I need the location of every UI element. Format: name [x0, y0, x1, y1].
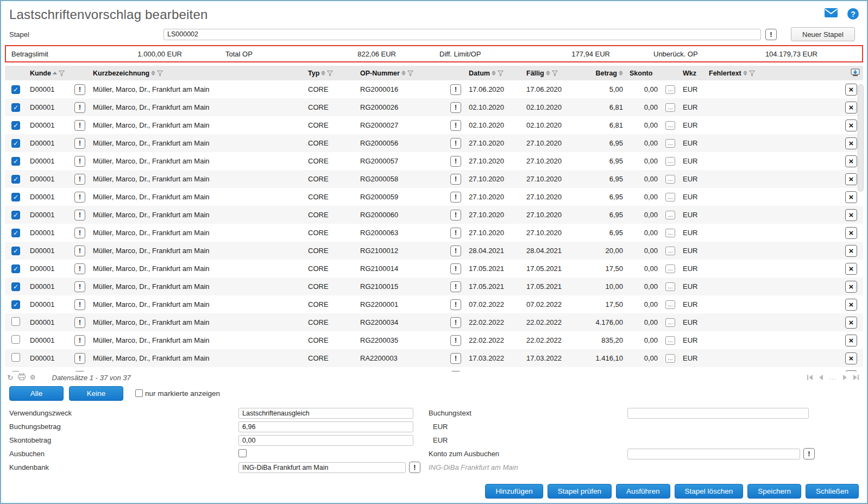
filter-icon[interactable] [327, 71, 333, 76]
delete-row-button[interactable]: × [845, 137, 857, 149]
kundenbank-lookup-button[interactable]: ! [409, 462, 420, 473]
skonto-detail-button[interactable]: … [665, 264, 675, 273]
table-row[interactable]: ✓ D00001 ! Müller, Marco, Dr., Frankfurt… [5, 224, 863, 242]
page-ellipsis[interactable]: ... [829, 374, 836, 381]
column-header-wkz[interactable]: Wkz [680, 70, 706, 77]
column-header-typ[interactable]: Typ [305, 70, 357, 77]
row-checkbox[interactable]: ✓ [11, 229, 20, 237]
konto-ausbuchen-lookup-button[interactable]: ! [803, 448, 815, 459]
row-checkbox[interactable]: ✓ [11, 264, 20, 273]
verwendungszweck-input[interactable] [238, 408, 413, 419]
ausfuehren-button[interactable]: Ausführen [616, 484, 670, 499]
neuer-stapel-button[interactable]: Neuer Stapel [791, 27, 855, 41]
skonto-detail-button[interactable]: … [665, 121, 675, 130]
column-header-op-nummer[interactable]: OP-Nummer [357, 70, 446, 77]
delete-row-button[interactable]: × [845, 191, 857, 203]
delete-row-button[interactable]: × [845, 335, 857, 346]
schliessen-button[interactable]: Schließen [806, 484, 859, 499]
kunde-lookup-button[interactable]: ! [74, 210, 85, 220]
delete-row-button[interactable]: × [845, 317, 857, 329]
column-header-betrag[interactable]: Betrag [581, 70, 626, 77]
row-checkbox[interactable]: ✓ [11, 157, 20, 166]
delete-row-button[interactable]: × [845, 281, 857, 293]
kunde-lookup-button[interactable]: ! [74, 120, 85, 131]
skonto-detail-button[interactable]: … [665, 318, 675, 327]
print-icon[interactable] [18, 373, 26, 382]
row-checkbox[interactable] [11, 371, 20, 371]
table-row[interactable]: ✓ D00001 ! Müller, Marco, Dr., Frankfurt… [5, 206, 863, 224]
table-scrollbar[interactable] [857, 82, 864, 370]
skonto-detail-button[interactable]: … [665, 354, 675, 363]
op-lookup-button[interactable]: ! [450, 317, 461, 328]
speichern-button[interactable]: Speichern [747, 484, 801, 499]
kunde-lookup-button[interactable]: ! [74, 371, 85, 372]
column-header-skonto[interactable]: Skonto [626, 70, 661, 77]
delete-row-button[interactable]: × [845, 119, 857, 131]
skontobetrag-input[interactable] [238, 435, 413, 446]
delete-row-button[interactable]: × [845, 245, 857, 257]
op-lookup-button[interactable]: ! [450, 174, 461, 185]
scrollbar-thumb[interactable] [858, 84, 864, 192]
stapel-loeschen-button[interactable]: Stapel löschen [675, 484, 744, 499]
skonto-detail-button[interactable]: … [665, 247, 675, 255]
settings-icon[interactable]: ⚙ [30, 374, 36, 381]
refresh-icon[interactable]: ↻ [7, 373, 14, 382]
stapel-input[interactable] [163, 29, 761, 40]
kunde-lookup-button[interactable]: ! [74, 228, 85, 238]
stapel-pruefen-button[interactable]: Stapel prüfen [548, 484, 612, 499]
delete-row-button[interactable]: × [845, 84, 857, 96]
row-checkbox[interactable]: ✓ [11, 175, 20, 184]
kunde-lookup-button[interactable]: ! [74, 281, 85, 292]
skonto-detail-button[interactable]: … [665, 139, 675, 148]
delete-row-button[interactable]: × [845, 299, 857, 311]
last-page-button[interactable] [853, 375, 859, 380]
skonto-detail-button[interactable]: … [665, 336, 675, 345]
row-checkbox[interactable] [11, 317, 20, 326]
keine-button[interactable]: Keine [69, 386, 123, 401]
table-row[interactable]: D00001 ! Müller, Marco, Dr., Frankfurt a… [5, 349, 863, 367]
row-checkbox[interactable] [11, 353, 20, 362]
column-header-kunde[interactable]: Kunde [27, 70, 70, 77]
column-header-datum[interactable]: Datum [466, 70, 523, 77]
row-checkbox[interactable]: ✓ [11, 211, 20, 219]
skonto-detail-button[interactable]: … [665, 193, 675, 201]
row-checkbox[interactable]: ✓ [11, 300, 20, 309]
kunde-lookup-button[interactable]: ! [74, 138, 85, 149]
op-lookup-button[interactable]: ! [450, 156, 461, 167]
row-checkbox[interactable]: ✓ [11, 193, 20, 201]
column-header-fehlertext[interactable]: Fehlertext [706, 70, 782, 77]
kunde-lookup-button[interactable]: ! [74, 263, 85, 274]
delete-row-button[interactable]: × [845, 370, 857, 372]
skonto-detail-button[interactable]: … [665, 103, 675, 112]
row-checkbox[interactable]: ✓ [11, 121, 20, 130]
prev-page-button[interactable] [819, 375, 823, 380]
hinzufuegen-button[interactable]: Hinzufügen [485, 484, 543, 499]
table-row[interactable]: ✓ D00001 ! Müller, Marco, Dr., Frankfurt… [5, 260, 863, 278]
op-lookup-button[interactable]: ! [450, 263, 461, 274]
alle-button[interactable]: Alle [9, 386, 64, 401]
table-row[interactable]: ✓ D00001 ! Müller, Marco, Dr., Frankfurt… [5, 295, 863, 313]
kunde-lookup-button[interactable]: ! [74, 317, 85, 328]
op-lookup-button[interactable]: ! [450, 371, 461, 372]
filter-icon[interactable] [498, 71, 504, 76]
next-page-button[interactable] [843, 375, 847, 380]
op-lookup-button[interactable]: ! [450, 84, 461, 95]
row-checkbox[interactable]: ✓ [11, 85, 20, 94]
op-lookup-button[interactable]: ! [450, 102, 461, 113]
op-lookup-button[interactable]: ! [450, 335, 461, 346]
column-header-kurzbezeichnung[interactable]: Kurzbezeichnung [90, 70, 305, 77]
export-icon[interactable] [851, 68, 860, 78]
table-row[interactable]: ✓ D00001 ! Müller, Marco, Dr., Frankfurt… [5, 134, 863, 152]
skonto-detail-button[interactable]: … [665, 282, 675, 291]
skonto-detail-button[interactable]: … [665, 211, 675, 219]
konto-ausbuchen-input[interactable] [627, 449, 800, 459]
table-row[interactable]: ✓ D00001 ! Müller, Marco, Dr., Frankfurt… [5, 242, 863, 260]
first-page-button[interactable] [807, 375, 813, 380]
delete-row-button[interactable]: × [845, 155, 857, 167]
op-lookup-button[interactable]: ! [450, 299, 461, 310]
delete-row-button[interactable]: × [845, 263, 857, 275]
kunde-lookup-button[interactable]: ! [74, 192, 85, 203]
op-lookup-button[interactable]: ! [450, 210, 461, 220]
op-lookup-button[interactable]: ! [450, 228, 461, 238]
kunde-lookup-button[interactable]: ! [74, 335, 85, 346]
